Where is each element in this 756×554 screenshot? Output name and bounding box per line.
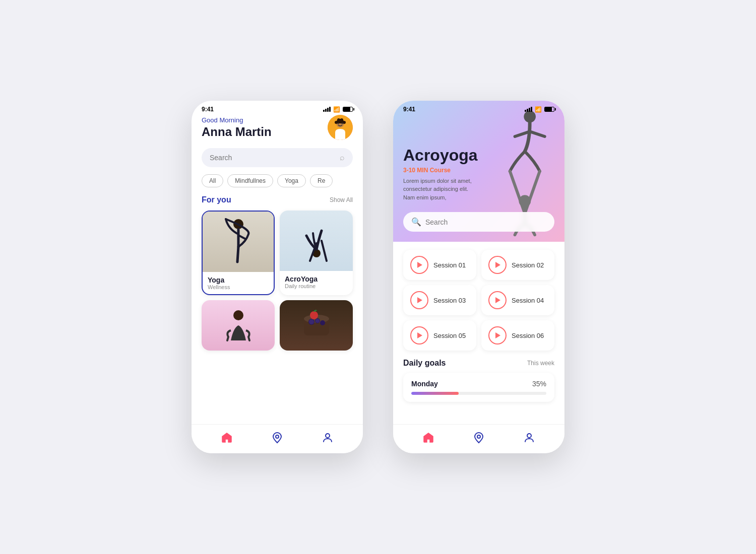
yoga-figure xyxy=(203,212,274,272)
phone-2: 9:41 📶 xyxy=(393,101,564,453)
session-label-5: Session 05 xyxy=(433,332,466,339)
sessions-grid: Session 01 Session 02 Session 03 xyxy=(403,250,554,351)
session-card-4[interactable]: Session 04 xyxy=(481,285,554,315)
svg-point-3 xyxy=(343,121,346,124)
play-icon-4 xyxy=(495,297,500,303)
svg-point-27 xyxy=(326,434,330,438)
card-yoga[interactable]: Yoga Wellness xyxy=(202,211,275,295)
session-card-5[interactable]: Session 05 xyxy=(403,320,476,351)
chip-yoga[interactable]: Yoga xyxy=(277,174,306,187)
goal-card: Monday 35% xyxy=(403,373,554,402)
nav-profile-2[interactable] xyxy=(523,432,535,446)
phone2-main: Session 01 Session 02 Session 03 xyxy=(393,242,564,424)
yoga-card-label: Yoga Wellness xyxy=(203,272,274,294)
progress-fill xyxy=(411,392,459,395)
card-food[interactable] xyxy=(280,300,353,351)
monday-percent: 35% xyxy=(532,380,546,388)
play-btn-3[interactable] xyxy=(410,291,428,309)
phone1-main: Good Morning Anna Martin xyxy=(192,115,363,424)
signal-icon-2 xyxy=(525,107,532,112)
svg-line-13 xyxy=(322,241,327,261)
search-input-1[interactable] xyxy=(210,154,336,162)
user-name: Anna Martin xyxy=(202,125,272,139)
svg-line-17 xyxy=(248,337,249,340)
status-time-1: 9:41 xyxy=(202,106,214,113)
status-time-2: 9:41 xyxy=(403,106,415,113)
show-all-btn[interactable]: Show All xyxy=(330,196,353,203)
play-icon-3 xyxy=(417,297,422,303)
play-btn-6[interactable] xyxy=(488,326,507,344)
wifi-icon-2: 📶 xyxy=(535,106,542,113)
bottom-nav-2 xyxy=(393,424,564,453)
greeting-text: Good Morning xyxy=(202,116,272,124)
svg-point-15 xyxy=(233,310,243,320)
play-icon-6 xyxy=(495,332,500,338)
card-acroyoga[interactable]: AcroYoga Daily routine xyxy=(280,211,353,295)
filter-chips: All Mindfullnes Yoga Re xyxy=(202,174,353,187)
play-btn-1[interactable] xyxy=(410,256,428,274)
wifi-icon: 📶 xyxy=(333,106,340,113)
chip-re[interactable]: Re xyxy=(310,174,333,187)
svg-line-10 xyxy=(237,247,238,262)
svg-line-32 xyxy=(510,171,525,214)
session-label-2: Session 02 xyxy=(512,261,544,269)
progress-bar xyxy=(411,392,546,395)
hero-title: Acroyoga xyxy=(403,147,479,164)
play-btn-2[interactable] xyxy=(488,256,507,274)
search-input-2[interactable] xyxy=(425,218,546,226)
hero-header: Acroyoga 3-10 MIN Course Lorem ipsum dol… xyxy=(393,101,564,242)
status-icons-1: 📶 xyxy=(323,106,353,113)
battery-icon xyxy=(343,107,353,112)
nav-location-1[interactable] xyxy=(271,432,283,446)
acro-card-title: AcroYoga xyxy=(285,275,348,283)
svg-point-7 xyxy=(342,123,343,124)
svg-line-16 xyxy=(227,337,228,340)
play-btn-4[interactable] xyxy=(488,291,507,309)
svg-point-21 xyxy=(309,319,314,324)
goal-row: Monday 35% xyxy=(411,380,546,388)
session-label-4: Session 04 xyxy=(512,297,544,304)
chip-all[interactable]: All xyxy=(202,174,223,187)
nav-home-1[interactable] xyxy=(221,432,233,446)
search-bar-1[interactable]: ⌕ xyxy=(202,148,353,167)
phone-1: 9:41 📶 Good Morning Anna Martin xyxy=(192,101,363,453)
card-meditation[interactable] xyxy=(202,300,275,351)
food-figure xyxy=(280,300,353,351)
svg-point-35 xyxy=(527,434,531,438)
session-card-3[interactable]: Session 03 xyxy=(403,285,476,315)
daily-goals-section: Daily goals This week Monday 35% xyxy=(403,359,554,402)
session-card-2[interactable]: Session 02 xyxy=(481,250,554,280)
search-icon-2: 🔍 xyxy=(411,217,421,227)
daily-goals-title: Daily goals xyxy=(403,359,446,368)
svg-line-33 xyxy=(525,171,540,214)
session-label-3: Session 03 xyxy=(433,297,466,304)
acro-figure-card xyxy=(280,211,353,271)
nav-profile-1[interactable] xyxy=(322,432,334,446)
svg-point-25 xyxy=(310,311,318,319)
header-row: Good Morning Anna Martin xyxy=(202,115,353,140)
session-card-1[interactable]: Session 01 xyxy=(403,250,476,280)
section-title: For you xyxy=(202,195,231,204)
status-bar-1: 9:41 📶 xyxy=(192,101,363,115)
search-bar-2[interactable]: 🔍 xyxy=(403,212,554,232)
svg-point-6 xyxy=(338,123,339,124)
avatar xyxy=(328,115,353,140)
svg-point-26 xyxy=(276,435,279,438)
session-card-6[interactable]: Session 06 xyxy=(481,320,554,351)
play-btn-5[interactable] xyxy=(410,326,428,344)
bottom-nav-1 xyxy=(192,424,363,453)
user-info: Good Morning Anna Martin xyxy=(202,116,272,139)
nav-location-2[interactable] xyxy=(473,432,485,446)
this-week: This week xyxy=(527,360,554,367)
yoga-card-sub: Wellness xyxy=(208,284,269,290)
svg-line-30 xyxy=(530,131,545,136)
signal-icon xyxy=(323,107,331,112)
chip-mindfulness[interactable]: Mindfullnes xyxy=(227,174,273,187)
play-icon-5 xyxy=(417,332,422,338)
session-label-1: Session 01 xyxy=(433,261,466,269)
svg-point-4 xyxy=(337,118,340,121)
svg-point-34 xyxy=(477,435,480,438)
svg-point-2 xyxy=(335,121,338,124)
status-icons-2: 📶 xyxy=(525,106,554,113)
nav-home-2[interactable] xyxy=(422,432,434,446)
